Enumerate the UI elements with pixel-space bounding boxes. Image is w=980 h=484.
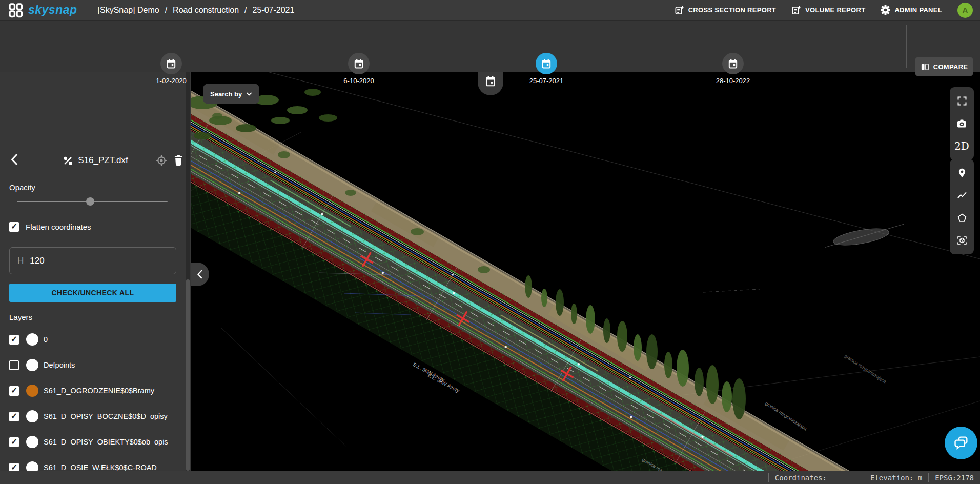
layer-checkbox[interactable] (9, 335, 19, 345)
search-by-label: Search by (210, 90, 242, 98)
camera-icon (956, 118, 967, 129)
breadcrumb-section[interactable]: Road construction (173, 6, 239, 15)
layer-name: S61_D_OPISY_OBIEKTY$0$ob_opis (44, 437, 168, 447)
layer-color-dot[interactable] (26, 385, 38, 397)
map-label-boundary: granica rozgraniczająca (844, 353, 887, 384)
elevation-readout: Elevation: m (864, 474, 928, 482)
polyline-measure-tool-button[interactable] (950, 185, 974, 206)
layer-name: S61_D_OPISY_BOCZNE$0$D_opisy (44, 412, 168, 421)
epsg-readout: EPSG:2178 (929, 474, 980, 482)
user-avatar[interactable]: A (957, 3, 973, 18)
layer-sidebar: S16_PZT.dxf Opacity Flatten coordinates … (0, 72, 191, 471)
polyline-icon (957, 190, 967, 200)
chevron-down-icon (246, 91, 252, 97)
fullscreen-button[interactable] (950, 90, 974, 112)
chevron-left-icon (196, 270, 204, 279)
opacity-label: Opacity (9, 183, 35, 192)
layer-checkbox[interactable] (9, 412, 19, 421)
compare-button[interactable]: COMPARE (915, 57, 973, 76)
timeline-line (750, 64, 906, 64)
admin-panel-button[interactable]: ADMIN PANEL (881, 5, 942, 15)
timeline-line (188, 64, 342, 64)
sidebar-scrollbar[interactable] (186, 72, 190, 471)
volume-scan-tool-button[interactable] (950, 230, 974, 251)
layer-list: 0 Defpoints S61_D_OGRODZENIE$0$Bramy S61… (0, 327, 186, 484)
delete-layer-button[interactable] (172, 154, 185, 167)
timeline-divider (906, 25, 907, 68)
layer-row: Defpoints (0, 352, 186, 378)
search-by-dropdown[interactable]: Search by (203, 84, 259, 104)
logo-text: skysnap (28, 3, 77, 17)
layer-color-dot[interactable] (26, 436, 38, 448)
breadcrumb-date[interactable]: 25-07-2021 (253, 6, 295, 15)
layer-color-dot[interactable] (26, 410, 38, 422)
point-marker-tool-button[interactable] (950, 162, 974, 184)
calendar-icon (166, 58, 176, 69)
chat-bubbles-icon (953, 436, 969, 450)
timeline-date-label-3[interactable]: 25-07-2021 (511, 77, 582, 85)
map-pin-icon (957, 168, 967, 178)
sidebar-scrollbar-thumb[interactable] (186, 279, 190, 471)
locate-layer-button[interactable] (155, 154, 168, 167)
flatten-coordinates-row: Flatten coordinates (9, 222, 91, 232)
point-cloud-scene: E.Ł. 3kW Azoty E.Ł. 3kW Azoty granica ro… (191, 72, 980, 471)
volume-report-button[interactable]: VOLUME REPORT (791, 5, 865, 15)
breadcrumb-project[interactable]: [SkySnap] Demo (98, 6, 159, 15)
check-uncheck-all-button[interactable]: CHECK/UNCHECK ALL (9, 284, 176, 302)
layer-checkbox[interactable] (9, 437, 19, 447)
layer-checkbox[interactable] (9, 360, 19, 370)
timeline-date-node-2[interactable] (348, 53, 370, 74)
timeline-line (563, 64, 716, 64)
calendar-icon (728, 58, 738, 69)
gear-icon (881, 5, 890, 15)
topbar-actions: CROSS SECTION REPORT VOLUME REPORT (675, 3, 973, 18)
trash-icon (172, 154, 185, 167)
timeline-date-node-1[interactable] (160, 53, 182, 74)
timeline-date-label-4[interactable]: 28-10-2022 (697, 77, 769, 85)
polygon-measure-tool-button[interactable] (950, 207, 974, 229)
layer-color-dot[interactable] (26, 359, 38, 371)
opacity-slider-handle[interactable] (86, 197, 94, 206)
admin-panel-label: ADMIN PANEL (894, 6, 942, 14)
chat-support-button[interactable] (945, 427, 977, 459)
cross-section-report-button[interactable]: CROSS SECTION REPORT (675, 5, 776, 15)
volume-report-label: VOLUME REPORT (805, 6, 865, 14)
layer-row: S61_D_OGRODZENIE$0$Bramy (0, 378, 186, 404)
top-bar: skysnap [SkySnap] Demo / Road constructi… (0, 0, 980, 21)
cube-scan-icon (957, 235, 967, 246)
opacity-slider[interactable] (17, 201, 168, 202)
calendar-icon (485, 75, 496, 87)
timeline-line (376, 64, 529, 64)
report-plus-icon (675, 5, 684, 15)
2d-view-button[interactable]: 2D (950, 135, 974, 157)
compare-label: COMPARE (933, 63, 968, 71)
height-prefix: H (17, 256, 24, 266)
calendar-icon (354, 58, 364, 69)
timeline-date-node-3[interactable] (536, 53, 557, 74)
view-tool-group: 2D (950, 87, 974, 160)
timeline-date-node-4[interactable] (722, 53, 744, 74)
timeline-date-label-1[interactable]: 1-02-2020 (135, 77, 207, 85)
map-viewport[interactable]: E.Ł. 3kW Azoty E.Ł. 3kW Azoty granica ro… (191, 72, 980, 471)
skysnap-logo-icon (8, 3, 24, 18)
layer-name: Defpoints (44, 360, 75, 370)
flatten-coordinates-checkbox[interactable] (9, 222, 19, 232)
2d-view-label: 2D (954, 140, 969, 152)
timeline-date-label-2[interactable]: 6-10-2020 (323, 77, 395, 85)
road-corridor (191, 72, 875, 471)
dxf-vector-icon (63, 155, 73, 166)
height-input[interactable]: H 120 (9, 247, 176, 274)
layer-row: 0 (0, 327, 186, 352)
layer-checkbox[interactable] (9, 386, 19, 396)
app-logo[interactable]: skysnap (8, 3, 77, 18)
cross-section-report-label: CROSS SECTION REPORT (688, 6, 776, 14)
status-bar: Coordinates: Elevation: m EPSG:2178 (0, 471, 980, 484)
target-icon (155, 154, 168, 167)
layer-name: 0 (44, 335, 48, 345)
fullscreen-icon (957, 96, 967, 106)
layer-color-dot[interactable] (26, 333, 38, 346)
breadcrumb-separator: / (244, 6, 247, 15)
compare-icon (921, 63, 929, 71)
height-value: 120 (30, 256, 44, 266)
screenshot-button[interactable] (950, 113, 974, 134)
